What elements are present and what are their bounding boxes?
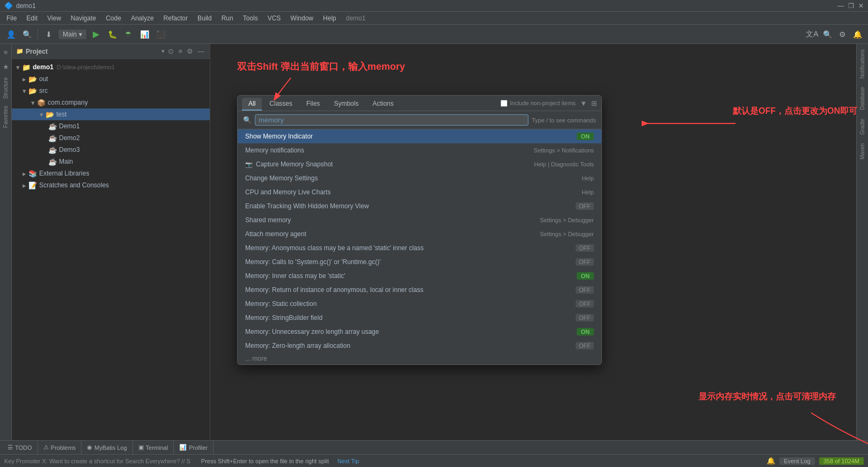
tree-item-out[interactable]: ▸ 📂 out — [12, 73, 210, 85]
tab-symbols[interactable]: Symbols — [327, 98, 365, 111]
include-non-project-checkbox[interactable] — [501, 100, 507, 107]
tree-item-external-libs[interactable]: ▸ 📚 External Libraries — [12, 167, 210, 179]
menu-item-navigate[interactable]: Navigate — [67, 13, 100, 23]
global-search-icon[interactable]: 🔍 — [821, 28, 834, 41]
tab-terminal[interactable]: ▣ Terminal — [133, 441, 174, 454]
result-label-anon-class: Memory: Anonymous class may be a named '… — [245, 244, 576, 252]
favorites-tab[interactable]: Favorites — [2, 104, 10, 130]
event-log-badge[interactable]: Event Log — [779, 457, 815, 465]
tree-item-demo1[interactable]: ▾ 📁 demo1 D:\idea-project\demo1 — [12, 61, 210, 73]
maximize-button[interactable]: ❐ — [848, 2, 854, 10]
profile-button[interactable]: 📊 — [138, 28, 151, 41]
tab-files[interactable]: Files — [300, 98, 326, 111]
memory-indicator[interactable]: 358 of 1024M — [819, 457, 864, 465]
search-input[interactable] — [255, 114, 528, 126]
result-cpu-memory-charts[interactable]: CPU and Memory Live Charts Help — [238, 185, 601, 199]
tab-problems[interactable]: ⚠ Problems — [38, 441, 82, 454]
tab-mybatis-log[interactable]: ◉ MyBatis Log — [82, 441, 133, 454]
tree-item-demo3-class[interactable]: ☕ Demo3 — [12, 144, 210, 156]
menu-item-help[interactable]: Help — [319, 13, 341, 23]
tab-profiler[interactable]: 📊 Profiler — [174, 441, 214, 454]
translate-icon[interactable]: 文A — [806, 28, 819, 41]
expand-icon[interactable]: ⊞ — [591, 99, 597, 107]
result-show-memory-indicator[interactable]: Show Memory Indicator ON — [238, 129, 601, 143]
toolbar-account-icon[interactable]: 👤 — [4, 28, 17, 41]
coverage-button[interactable]: ☂ — [122, 28, 135, 41]
side-tab-gradle[interactable]: Gradle — [858, 115, 867, 138]
sidebar-close-icon[interactable]: — — [196, 46, 205, 56]
close-button[interactable]: ✕ — [858, 2, 864, 10]
tab-all[interactable]: All — [242, 98, 262, 111]
main-config-dropdown[interactable]: Main ▾ — [58, 30, 86, 39]
menu-item-analyze[interactable]: Analyze — [127, 13, 158, 23]
result-capture-memory-snapshot[interactable]: 📷 Capture Memory Snapshot Help | Diagnos… — [238, 157, 601, 171]
left-panel-btn-2[interactable]: ★ — [1, 61, 11, 73]
toolbar-search-icon[interactable]: 🔍 — [20, 28, 33, 41]
result-memory-anonymous-class[interactable]: Memory: Anonymous class may be a named '… — [238, 241, 601, 255]
folder-icon-src: 📂 — [28, 87, 37, 95]
project-dropdown-icon[interactable]: ▾ — [161, 48, 165, 55]
java-icon-demo2: ☕ — [48, 134, 57, 142]
notifications-icon[interactable]: 🔔 — [851, 28, 864, 41]
result-meta-capture-snapshot: Help | Diagnostic Tools — [534, 161, 594, 167]
include-non-project-label[interactable]: Include non-project items — [501, 100, 576, 107]
tree-item-src[interactable]: ▾ 📂 src — [12, 85, 210, 97]
menu-item-code[interactable]: Code — [101, 13, 126, 23]
tree-item-test[interactable]: ▾ 📂 test — [12, 108, 210, 120]
menu-item-vcs[interactable]: VCS — [263, 13, 285, 23]
result-memory-system-gc[interactable]: Memory: Calls to 'System.gc()' or 'Runti… — [238, 255, 601, 269]
result-right-shared-memory: Settings > Debugger — [540, 217, 594, 223]
expand-icon: ▾ — [16, 63, 20, 71]
result-more[interactable]: ... more — [238, 353, 601, 364]
structure-tab[interactable]: Structure — [2, 75, 10, 101]
run-button[interactable]: ▶ — [90, 28, 102, 41]
result-enable-tracking[interactable]: Enable Tracking With Hidden Memory View … — [238, 199, 601, 213]
tab-actions[interactable]: Actions — [366, 98, 400, 111]
menu-item-file[interactable]: File — [2, 13, 21, 23]
menu-item-edit[interactable]: Edit — [22, 13, 42, 23]
profiler-icon: 📊 — [179, 444, 187, 451]
result-shared-memory[interactable]: Shared memory Settings > Debugger — [238, 213, 601, 227]
result-memory-stringbuilder[interactable]: Memory: StringBuilder field OFF — [238, 311, 601, 325]
result-change-memory-settings[interactable]: Change Memory Settings Help — [238, 171, 601, 185]
menu-item-run[interactable]: Run — [217, 13, 238, 23]
tab-classes[interactable]: Classes — [263, 98, 299, 111]
result-memory-zero-alloc[interactable]: Memory: Zero-length array allocation OFF — [238, 339, 601, 353]
result-memory-static-collection[interactable]: Memory: Static collection OFF — [238, 297, 601, 311]
result-label-cpu-memory: CPU and Memory Live Charts — [245, 188, 582, 196]
menu-item-build[interactable]: Build — [193, 13, 216, 23]
tree-item-main-class[interactable]: ☕ Main — [12, 156, 210, 167]
result-memory-notifications[interactable]: Memory notifications Settings > Notifica… — [238, 143, 601, 157]
sidebar-locate-icon[interactable]: ⊙ — [167, 46, 175, 56]
tab-todo[interactable]: ☰ TODO — [2, 441, 38, 454]
result-attach-memory-agent[interactable]: Attach memory agent Settings > Debugger — [238, 227, 601, 241]
minimize-button[interactable]: — — [837, 2, 844, 10]
left-panel-btn-1[interactable]: ≡ — [2, 46, 10, 59]
tree-item-demo2-class[interactable]: ☕ Demo2 — [12, 132, 210, 144]
tree-item-demo1-class[interactable]: ☕ Demo1 — [12, 120, 210, 132]
result-meta-cpu-memory: Help — [582, 189, 594, 195]
tree-item-com-company[interactable]: ▾ 📦 com.company — [12, 97, 210, 108]
toolbar-git-update-icon[interactable]: ⬇ — [42, 28, 55, 41]
terminal-label: Terminal — [146, 444, 168, 451]
menu-item-view[interactable]: View — [43, 13, 65, 23]
side-tab-maven[interactable]: Maven — [858, 140, 867, 163]
debug-button[interactable]: 🐛 — [106, 28, 119, 41]
result-memory-return-instance[interactable]: Memory: Return of instance of anonymous,… — [238, 283, 601, 297]
sidebar-collapse-icon[interactable]: ≡ — [177, 46, 183, 56]
settings-icon[interactable]: ⚙ — [836, 28, 849, 41]
side-tab-notifications[interactable]: Notifications — [858, 46, 867, 82]
side-tab-database[interactable]: Database — [858, 84, 867, 113]
tree-item-scratches[interactable]: ▸ 📝 Scratches and Consoles — [12, 179, 210, 191]
filter-icon[interactable]: ▼ — [580, 99, 587, 107]
menu-item-tools[interactable]: Tools — [239, 13, 262, 23]
next-tip-link[interactable]: Next Tip — [337, 458, 359, 464]
result-memory-inner-class[interactable]: Memory: Inner class may be 'static' ON — [238, 269, 601, 283]
result-label-stringbuilder: Memory: StringBuilder field — [245, 314, 576, 322]
result-memory-zero-length[interactable]: Memory: Unnecessary zero length array us… — [238, 325, 601, 339]
menu-item-window[interactable]: Window — [286, 13, 318, 23]
sidebar-gear-icon[interactable]: ⚙ — [186, 46, 194, 56]
menu-item-refactor[interactable]: Refactor — [159, 13, 192, 23]
package-icon: 📦 — [37, 99, 46, 107]
stop-button[interactable]: ⬛ — [154, 28, 167, 41]
